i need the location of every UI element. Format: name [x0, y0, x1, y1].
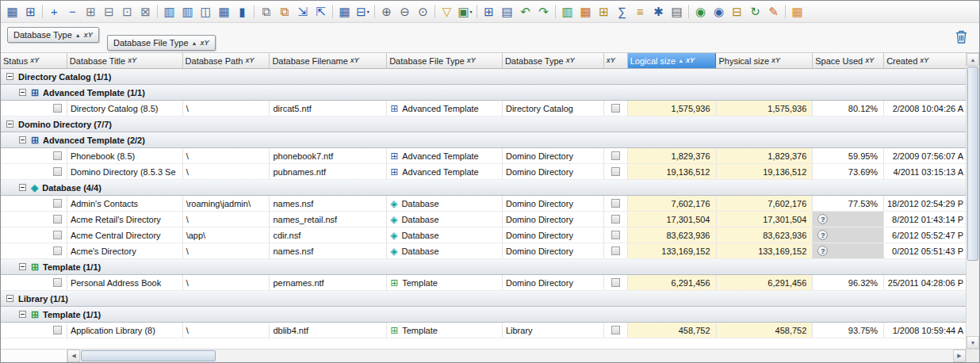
vertical-scrollbar[interactable]: ▲ ▼ [966, 53, 979, 349]
flag-cell[interactable] [604, 275, 628, 290]
logical-size-cell[interactable]: 458,752 [628, 323, 717, 338]
column-header-created[interactable]: CreatedxY [884, 53, 966, 68]
scroll-down-button[interactable]: ▼ [967, 336, 979, 349]
column-header-database-path[interactable]: Database PathxY [183, 53, 270, 68]
created-cell[interactable]: 1/2008 10:59:44 A [884, 323, 966, 338]
physical-size-cell[interactable]: 19,136,512 [717, 164, 813, 179]
physical-size-cell[interactable]: 133,169,152 [717, 243, 813, 258]
space-used-cell[interactable]: 96.32% [813, 275, 884, 290]
database-title-cell[interactable]: Acme Retail's Directory [67, 212, 183, 227]
console-button[interactable]: ▤ [668, 3, 686, 21]
filter-icon[interactable]: xY [566, 57, 575, 64]
flag-cell[interactable] [604, 164, 628, 179]
collapse-icon[interactable] [19, 311, 26, 318]
status-cell[interactable] [1, 148, 67, 163]
web-publish-button[interactable]: ◉ [710, 3, 728, 21]
row-checkbox[interactable] [611, 278, 620, 287]
column-header-database-file-type[interactable]: Database File TypexY [387, 53, 503, 68]
collapse-icon[interactable] [19, 136, 26, 143]
print-grid-button[interactable]: ▤ [498, 3, 516, 21]
paste-button[interactable]: ⧉ [275, 3, 293, 21]
column-marker-button[interactable]: ▮ [233, 3, 251, 21]
load-next-button[interactable]: ↷ [534, 3, 553, 21]
logical-size-cell[interactable]: 19,136,512 [628, 164, 717, 179]
database-type-cell[interactable]: Domino Directory [503, 243, 604, 258]
status-cell[interactable] [1, 227, 67, 243]
created-cell[interactable]: 0/2012 05:51:43 P [884, 243, 966, 258]
column-chart-button[interactable]: ▥ [558, 3, 576, 21]
filter-icon[interactable]: xY [686, 57, 695, 64]
package-export-button[interactable]: ⊟ [728, 3, 746, 21]
row-checkbox[interactable] [53, 246, 62, 255]
column-header-database-title[interactable]: Database TitlexY [67, 53, 183, 68]
filter-icon[interactable]: xY [920, 57, 928, 64]
status-cell[interactable] [1, 164, 67, 179]
export-grid-button[interactable]: ⊞ [480, 3, 498, 21]
horizontal-scroll-track[interactable] [80, 350, 953, 362]
vertical-scroll-thumb[interactable] [967, 67, 978, 261]
pivot-grid-button[interactable]: ▦ [576, 3, 595, 21]
save-file-button[interactable]: ⇱ [312, 3, 330, 21]
add-selection-button[interactable]: + [45, 3, 63, 21]
database-title-cell[interactable]: Application Library (8) [67, 323, 183, 338]
status-cell[interactable] [1, 323, 67, 338]
physical-size-cell[interactable]: 1,575,936 [717, 101, 813, 116]
collapse-icon[interactable] [19, 263, 26, 270]
flag-cell[interactable] [604, 148, 628, 163]
data-grid-button[interactable]: ▦ [3, 3, 21, 21]
vertical-scroll-track[interactable] [967, 66, 979, 336]
space-used-cell[interactable]: ? [813, 212, 884, 227]
filter-icon[interactable]: xY [350, 57, 359, 64]
space-used-cell[interactable]: ? [813, 227, 884, 243]
row-options-button[interactable]: ⊠ [136, 3, 155, 21]
database-file-type-cell[interactable]: ⊞Template [387, 275, 503, 290]
database-filename-cell[interactable]: pernames.ntf [270, 275, 387, 290]
database-filename-cell[interactable]: dblib4.ntf [270, 323, 387, 338]
collapse-icon[interactable] [6, 120, 13, 128]
column-header-logical-size[interactable]: Logical size▲xY [628, 53, 717, 68]
database-filename-cell[interactable]: dircat5.ntf [270, 101, 387, 116]
snapshot-button[interactable]: ▣▾ [456, 3, 474, 21]
copy-button[interactable]: ⧉ [257, 3, 275, 21]
database-filename-cell[interactable]: names.nsf [270, 243, 387, 258]
database-path-cell[interactable]: \ [183, 101, 270, 116]
physical-size-cell[interactable]: 7,602,176 [717, 196, 813, 211]
database-path-cell[interactable]: \roaming\jadmin\ [183, 196, 270, 211]
database-path-cell[interactable]: \ [183, 243, 270, 258]
space-used-cell[interactable]: 80.12% [813, 101, 884, 116]
row-checkbox[interactable] [611, 215, 620, 224]
database-file-type-cell[interactable]: ⊞Advanced Template [387, 164, 503, 179]
logical-size-cell[interactable]: 83,623,936 [628, 227, 717, 243]
database-type-cell[interactable]: Domino Directory [503, 148, 604, 163]
collapse-icon[interactable] [6, 73, 13, 80]
physical-size-cell[interactable]: 458,752 [717, 323, 813, 338]
row-checkbox[interactable] [53, 167, 62, 176]
created-cell[interactable]: 2/2009 07:56:07 A [884, 148, 966, 163]
space-used-cell[interactable]: 59.95% [813, 148, 884, 163]
database-title-cell[interactable]: Admin's Contacts [67, 196, 183, 211]
database-type-cell[interactable]: Domino Directory [503, 227, 604, 243]
flag-cell[interactable] [604, 227, 628, 243]
row-checkbox[interactable] [611, 167, 620, 176]
row-checkbox[interactable] [611, 246, 620, 255]
open-file-button[interactable]: ⇲ [293, 3, 312, 21]
clear-filter-button[interactable]: ▽ [438, 3, 456, 21]
refresh-button[interactable]: ↻ [746, 3, 764, 21]
web-sync-button[interactable]: ◉ [691, 3, 710, 21]
zoom-reset-button[interactable]: ⊙ [414, 3, 432, 21]
logical-size-cell[interactable]: 7,602,176 [628, 196, 717, 211]
column-header-space-used[interactable]: Space UsedxY [813, 53, 884, 68]
view-menu-button[interactable]: ⊟▾ [354, 3, 372, 21]
database-type-cell[interactable]: Domino Directory [503, 196, 604, 211]
flag-cell[interactable] [604, 196, 628, 211]
database-title-cell[interactable]: Acme Central Directory [67, 227, 183, 243]
collapse-icon[interactable] [6, 295, 13, 302]
created-cell[interactable]: 6/2012 05:52:47 P [884, 227, 966, 243]
delete-row-button[interactable]: ⊟ [100, 3, 118, 21]
database-type-cell[interactable]: Library [503, 323, 604, 338]
row-checkbox[interactable] [53, 104, 62, 113]
space-used-cell[interactable]: 93.75% [813, 323, 884, 338]
horizontal-scrollbar[interactable]: ◀ ▶ [67, 349, 966, 362]
database-title-cell[interactable]: Acme's Directory [67, 243, 183, 258]
flag-cell[interactable] [604, 243, 628, 258]
